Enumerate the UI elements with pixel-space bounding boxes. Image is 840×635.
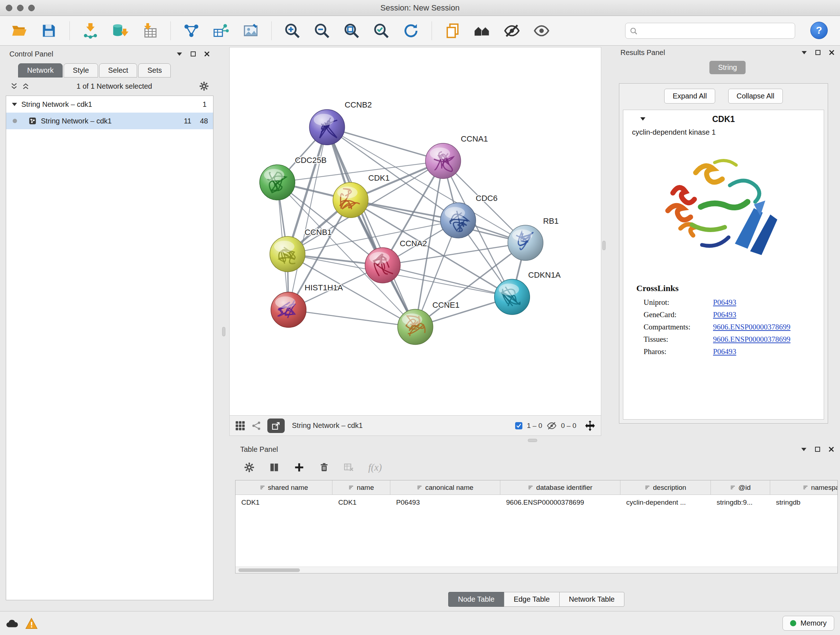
network-row[interactable]: String Network – cdk1 11 48 (6, 112, 213, 129)
export-image-button[interactable] (240, 20, 261, 41)
horizontal-splitter-handle[interactable] (528, 439, 537, 442)
network-collection-row[interactable]: String Network – cdk1 1 (6, 96, 213, 112)
close-panel-icon[interactable] (829, 447, 834, 452)
tab-network[interactable]: Network (18, 63, 63, 78)
network-node-CCNA1[interactable] (425, 143, 461, 179)
float-panel-icon[interactable] (815, 50, 821, 55)
zoom-in-button[interactable] (282, 20, 303, 41)
string-tab[interactable]: String (709, 61, 745, 74)
vertical-splitter-handle[interactable] (602, 241, 606, 250)
delete-row-icon[interactable] (319, 462, 329, 472)
scrollbar-thumb[interactable] (238, 568, 300, 572)
crosslink-link[interactable]: 9606.ENSP00000378699 (713, 333, 790, 345)
close-panel-icon[interactable] (829, 50, 835, 55)
expand-all-icon[interactable] (22, 82, 30, 90)
open-session-button[interactable] (9, 20, 30, 41)
zoom-selected-button[interactable] (371, 20, 392, 41)
tab-edge-table[interactable]: Edge Table (504, 592, 560, 607)
column-header[interactable]: description (621, 480, 711, 494)
table-row[interactable]: CDK1 CDK1 P06493 9606.ENSP00000378699 cy… (235, 495, 838, 510)
collapse-section-icon[interactable] (640, 117, 646, 121)
help-button[interactable]: ? (810, 22, 828, 39)
network-options-gear-icon[interactable] (199, 81, 209, 91)
close-panel-icon[interactable] (204, 51, 210, 57)
network-node-CDKN1A[interactable] (494, 279, 530, 315)
selected-nodes-checkbox[interactable] (515, 422, 523, 429)
column-header[interactable]: canonical name (390, 480, 500, 494)
show-eye-button[interactable] (531, 20, 552, 41)
double-house-button[interactable] (472, 20, 493, 41)
network-node-RB1[interactable] (508, 225, 543, 261)
memory-button[interactable]: Memory (783, 616, 834, 631)
import-network-database-button[interactable] (110, 20, 131, 41)
window-controls[interactable] (6, 5, 35, 11)
float-panel-icon[interactable] (815, 447, 821, 452)
network-node-CDC25B[interactable] (260, 165, 295, 200)
network-node-CCNA2[interactable] (365, 248, 401, 283)
zoom-out-button[interactable] (311, 20, 332, 41)
import-table-button[interactable] (139, 20, 160, 41)
cell-description[interactable]: cyclin-dependent ... (621, 499, 711, 507)
zoom-window-button[interactable] (28, 5, 35, 11)
horizontal-scrollbar[interactable] (235, 567, 837, 573)
column-header[interactable]: database identifier (500, 480, 621, 494)
cell-id[interactable]: stringdb:9... (711, 499, 770, 507)
network-graph[interactable]: CCNB2CCNA1CDC25BCDK1CDC6RB1CCNB1CCNA2CDK… (230, 48, 601, 415)
panel-menu-icon[interactable] (801, 447, 807, 451)
warning-icon[interactable] (25, 618, 38, 629)
expand-all-button[interactable]: Expand All (664, 89, 715, 103)
close-window-button[interactable] (6, 5, 12, 11)
network-node-CDK1[interactable] (333, 182, 368, 218)
cell-database-identifier[interactable]: 9606.ENSP00000378699 (500, 499, 621, 507)
save-session-button[interactable] (38, 20, 59, 41)
tab-select[interactable]: Select (99, 63, 137, 78)
tab-node-table[interactable]: Node Table (448, 592, 504, 607)
open-in-window-button[interactable] (267, 418, 285, 433)
crosslink-link[interactable]: 9606.ENSP00000378699 (713, 321, 790, 333)
network-node-CDC6[interactable] (440, 203, 476, 238)
new-network-button[interactable] (181, 20, 202, 41)
network-canvas[interactable]: CCNB2CCNA1CDC25BCDK1CDC6RB1CCNB1CCNA2CDK… (229, 47, 601, 416)
tab-style[interactable]: Style (64, 63, 98, 78)
search-input[interactable] (641, 27, 795, 35)
birdseye-grid-icon[interactable] (235, 420, 246, 431)
panel-menu-icon[interactable] (801, 50, 807, 55)
import-network-file-button[interactable] (80, 20, 101, 41)
cloud-icon[interactable] (6, 618, 19, 629)
network-node-CCNE1[interactable] (398, 309, 433, 345)
network-node-CCNB1[interactable] (270, 236, 305, 272)
tab-sets[interactable]: Sets (138, 63, 171, 78)
copy-button[interactable] (442, 20, 463, 41)
network-node-HIST1H1A[interactable] (271, 292, 306, 328)
network-node-CCNB2[interactable] (309, 110, 345, 145)
vertical-splitter-handle[interactable] (222, 327, 225, 336)
table-settings-gear-icon[interactable] (244, 462, 255, 473)
show-columns-icon[interactable] (269, 462, 279, 472)
column-header[interactable]: name (332, 480, 390, 494)
column-header[interactable]: @id (711, 480, 770, 494)
network-from-table-button[interactable] (210, 20, 232, 41)
cell-namespace[interactable]: stringdb (770, 499, 838, 507)
column-header[interactable]: shared name (235, 480, 332, 494)
minimize-window-button[interactable] (17, 5, 24, 11)
crosslink-link[interactable]: P06493 (713, 296, 736, 309)
panel-menu-icon[interactable] (177, 52, 182, 56)
tab-network-table[interactable]: Network Table (559, 592, 624, 607)
hide-glasses-button[interactable] (501, 20, 523, 41)
cell-name[interactable]: CDK1 (332, 499, 390, 507)
cell-shared-name[interactable]: CDK1 (235, 499, 332, 507)
zoom-fit-button[interactable] (341, 20, 362, 41)
pan-crosshair-icon[interactable] (584, 420, 596, 432)
column-header[interactable]: namespace (770, 480, 838, 494)
float-panel-icon[interactable] (190, 51, 196, 57)
add-row-icon[interactable] (294, 462, 305, 473)
crosslink-link[interactable]: P06493 (713, 345, 736, 358)
tree-expand-icon[interactable] (12, 103, 17, 106)
cell-canonical-name[interactable]: P06493 (390, 499, 500, 507)
collapse-all-button[interactable]: Collapse All (728, 89, 783, 103)
hidden-eye-slash-icon[interactable] (546, 421, 557, 431)
apply-layout-button[interactable] (401, 20, 422, 41)
crosslink-link[interactable]: P06493 (713, 309, 736, 321)
share-network-icon[interactable] (251, 421, 262, 431)
collapse-all-icon[interactable] (10, 82, 18, 90)
